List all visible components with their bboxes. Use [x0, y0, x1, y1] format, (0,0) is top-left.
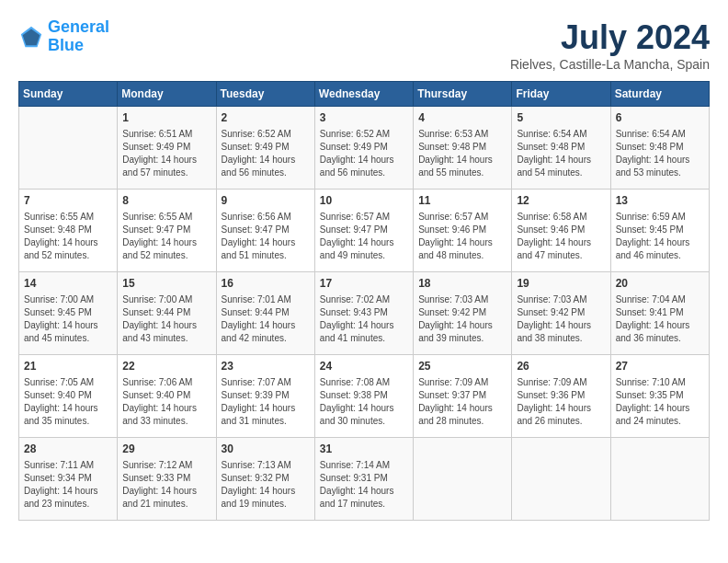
- day-number: 19: [517, 276, 605, 292]
- header-saturday: Saturday: [610, 82, 709, 107]
- calendar-cell: 27Sunrise: 7:10 AM Sunset: 9:35 PM Dayli…: [610, 355, 709, 438]
- day-number: 5: [517, 110, 605, 126]
- day-info: Sunrise: 6:51 AM Sunset: 9:49 PM Dayligh…: [122, 128, 210, 179]
- day-info: Sunrise: 6:53 AM Sunset: 9:48 PM Dayligh…: [418, 128, 506, 179]
- day-info: Sunrise: 7:03 AM Sunset: 9:42 PM Dayligh…: [517, 293, 605, 345]
- calendar-cell: 15Sunrise: 7:00 AM Sunset: 9:44 PM Dayli…: [118, 272, 216, 355]
- calendar-cell: 20Sunrise: 7:04 AM Sunset: 9:41 PM Dayli…: [610, 272, 709, 355]
- day-info: Sunrise: 7:12 AM Sunset: 9:33 PM Dayligh…: [122, 459, 210, 511]
- day-info: Sunrise: 7:09 AM Sunset: 9:36 PM Dayligh…: [517, 376, 605, 428]
- calendar-cell: 25Sunrise: 7:09 AM Sunset: 9:37 PM Dayli…: [414, 355, 512, 438]
- day-number: 20: [616, 276, 704, 292]
- header-thursday: Thursday: [414, 82, 512, 107]
- day-info: Sunrise: 7:10 AM Sunset: 9:35 PM Dayligh…: [616, 376, 704, 428]
- calendar-cell: 10Sunrise: 6:57 AM Sunset: 9:47 PM Dayli…: [314, 190, 413, 272]
- day-info: Sunrise: 6:54 AM Sunset: 9:48 PM Dayligh…: [616, 128, 704, 179]
- day-number: 22: [122, 359, 210, 374]
- day-info: Sunrise: 7:00 AM Sunset: 9:44 PM Dayligh…: [122, 293, 210, 345]
- day-number: 26: [517, 359, 605, 374]
- calendar-cell: 5Sunrise: 6:54 AM Sunset: 9:48 PM Daylig…: [512, 107, 610, 190]
- calendar-cell: 28Sunrise: 7:11 AM Sunset: 9:34 PM Dayli…: [19, 438, 118, 521]
- day-number: 31: [320, 442, 408, 457]
- day-number: 14: [24, 276, 112, 292]
- day-number: 7: [24, 193, 112, 209]
- calendar-cell: 31Sunrise: 7:14 AM Sunset: 9:31 PM Dayli…: [314, 438, 413, 521]
- calendar-cell: 7Sunrise: 6:55 AM Sunset: 9:48 PM Daylig…: [19, 190, 118, 272]
- calendar-cell: 11Sunrise: 6:57 AM Sunset: 9:46 PM Dayli…: [414, 190, 512, 272]
- day-number: 23: [222, 359, 310, 374]
- day-info: Sunrise: 7:13 AM Sunset: 9:32 PM Dayligh…: [222, 459, 310, 511]
- day-number: 24: [320, 359, 408, 374]
- week-row-5: 28Sunrise: 7:11 AM Sunset: 9:34 PM Dayli…: [19, 438, 710, 521]
- calendar-cell: 26Sunrise: 7:09 AM Sunset: 9:36 PM Dayli…: [512, 355, 610, 438]
- day-number: 13: [616, 193, 704, 209]
- day-info: Sunrise: 6:52 AM Sunset: 9:49 PM Dayligh…: [320, 128, 408, 179]
- day-info: Sunrise: 6:57 AM Sunset: 9:46 PM Dayligh…: [418, 211, 506, 262]
- day-number: 6: [616, 110, 704, 126]
- calendar-cell: 8Sunrise: 6:55 AM Sunset: 9:47 PM Daylig…: [118, 190, 216, 272]
- calendar-header-row: SundayMondayTuesdayWednesdayThursdayFrid…: [19, 82, 710, 107]
- week-row-4: 21Sunrise: 7:05 AM Sunset: 9:40 PM Dayli…: [19, 355, 710, 438]
- calendar-table: SundayMondayTuesdayWednesdayThursdayFrid…: [18, 81, 710, 521]
- day-info: Sunrise: 6:55 AM Sunset: 9:48 PM Dayligh…: [24, 211, 112, 262]
- day-info: Sunrise: 7:05 AM Sunset: 9:40 PM Dayligh…: [24, 376, 112, 428]
- day-number: 28: [24, 442, 112, 457]
- calendar-cell: 6Sunrise: 6:54 AM Sunset: 9:48 PM Daylig…: [610, 107, 709, 190]
- calendar-cell: 2Sunrise: 6:52 AM Sunset: 9:49 PM Daylig…: [216, 107, 314, 190]
- day-info: Sunrise: 7:14 AM Sunset: 9:31 PM Dayligh…: [320, 459, 408, 511]
- day-number: 17: [320, 276, 408, 292]
- calendar-cell: 30Sunrise: 7:13 AM Sunset: 9:32 PM Dayli…: [216, 438, 314, 521]
- day-info: Sunrise: 7:07 AM Sunset: 9:39 PM Dayligh…: [222, 376, 310, 428]
- logo-icon: [18, 24, 44, 50]
- day-number: 11: [418, 193, 506, 209]
- calendar-cell: 3Sunrise: 6:52 AM Sunset: 9:49 PM Daylig…: [314, 107, 413, 190]
- day-info: Sunrise: 6:55 AM Sunset: 9:47 PM Dayligh…: [122, 211, 210, 262]
- day-info: Sunrise: 7:01 AM Sunset: 9:44 PM Dayligh…: [222, 293, 310, 345]
- day-number: 25: [418, 359, 506, 374]
- calendar-cell: 21Sunrise: 7:05 AM Sunset: 9:40 PM Dayli…: [19, 355, 118, 438]
- calendar-cell: [19, 107, 118, 190]
- day-info: Sunrise: 7:06 AM Sunset: 9:40 PM Dayligh…: [122, 376, 210, 428]
- calendar-cell: [512, 438, 610, 521]
- logo-text: General Blue: [48, 18, 109, 55]
- title-block: July 2024 Rielves, Castille-La Mancha, S…: [510, 18, 710, 72]
- day-number: 16: [222, 276, 310, 292]
- calendar-cell: 9Sunrise: 6:56 AM Sunset: 9:47 PM Daylig…: [216, 190, 314, 272]
- day-number: 10: [320, 193, 408, 209]
- calendar-cell: 1Sunrise: 6:51 AM Sunset: 9:49 PM Daylig…: [118, 107, 216, 190]
- day-info: Sunrise: 6:54 AM Sunset: 9:48 PM Dayligh…: [517, 128, 605, 179]
- logo: General Blue: [18, 18, 109, 55]
- location: Rielves, Castille-La Mancha, Spain: [510, 57, 710, 72]
- day-info: Sunrise: 7:03 AM Sunset: 9:42 PM Dayligh…: [418, 293, 506, 345]
- header-friday: Friday: [512, 82, 610, 107]
- day-number: 8: [122, 193, 210, 209]
- day-info: Sunrise: 7:00 AM Sunset: 9:45 PM Dayligh…: [24, 293, 112, 345]
- day-info: Sunrise: 6:52 AM Sunset: 9:49 PM Dayligh…: [222, 128, 310, 179]
- calendar-cell: 24Sunrise: 7:08 AM Sunset: 9:38 PM Dayli…: [314, 355, 413, 438]
- day-number: 2: [222, 110, 310, 126]
- week-row-3: 14Sunrise: 7:00 AM Sunset: 9:45 PM Dayli…: [19, 272, 710, 355]
- day-number: 4: [418, 110, 506, 126]
- calendar-cell: 23Sunrise: 7:07 AM Sunset: 9:39 PM Dayli…: [216, 355, 314, 438]
- week-row-1: 1Sunrise: 6:51 AM Sunset: 9:49 PM Daylig…: [19, 107, 710, 190]
- day-number: 9: [222, 193, 310, 209]
- day-number: 18: [418, 276, 506, 292]
- calendar-cell: 29Sunrise: 7:12 AM Sunset: 9:33 PM Dayli…: [118, 438, 216, 521]
- day-number: 30: [222, 442, 310, 457]
- day-number: 1: [122, 110, 210, 126]
- calendar-cell: 13Sunrise: 6:59 AM Sunset: 9:45 PM Dayli…: [610, 190, 709, 272]
- day-number: 29: [122, 442, 210, 457]
- calendar-cell: 19Sunrise: 7:03 AM Sunset: 9:42 PM Dayli…: [512, 272, 610, 355]
- day-info: Sunrise: 7:08 AM Sunset: 9:38 PM Dayligh…: [320, 376, 408, 428]
- week-row-2: 7Sunrise: 6:55 AM Sunset: 9:48 PM Daylig…: [19, 190, 710, 272]
- calendar-cell: [414, 438, 512, 521]
- day-info: Sunrise: 7:02 AM Sunset: 9:43 PM Dayligh…: [320, 293, 408, 345]
- calendar-cell: 22Sunrise: 7:06 AM Sunset: 9:40 PM Dayli…: [118, 355, 216, 438]
- day-number: 21: [24, 359, 112, 374]
- calendar-cell: [610, 438, 709, 521]
- day-number: 12: [517, 193, 605, 209]
- day-info: Sunrise: 7:09 AM Sunset: 9:37 PM Dayligh…: [418, 376, 506, 428]
- page-header: General Blue July 2024 Rielves, Castille…: [18, 18, 710, 72]
- header-wednesday: Wednesday: [314, 82, 413, 107]
- calendar-cell: 16Sunrise: 7:01 AM Sunset: 9:44 PM Dayli…: [216, 272, 314, 355]
